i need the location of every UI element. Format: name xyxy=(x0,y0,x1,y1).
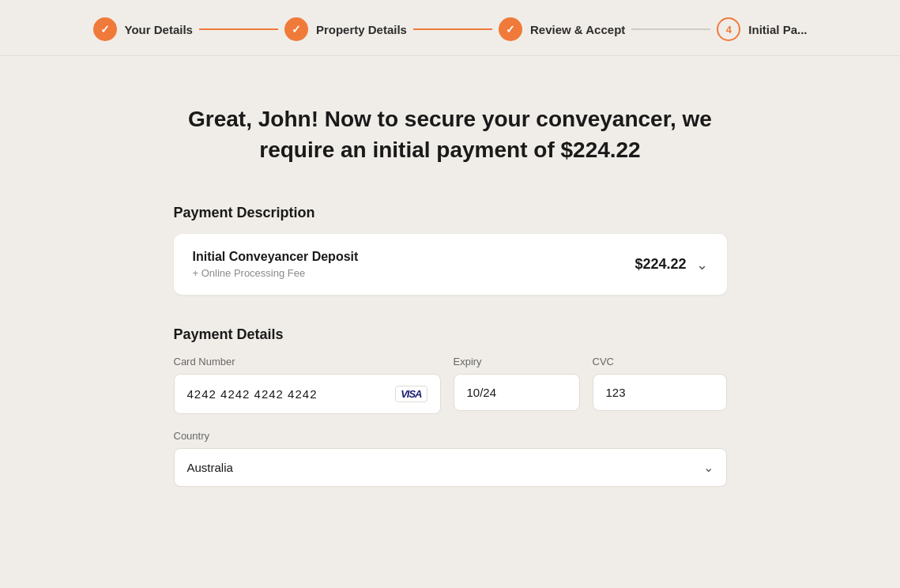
expiry-label: Expiry xyxy=(454,356,580,368)
step-property-details-label: Property Details xyxy=(316,23,407,36)
country-value: Australia xyxy=(187,461,233,474)
cvc-label: CVC xyxy=(593,356,727,368)
step-your-details-icon: ✓ xyxy=(93,17,117,41)
cvc-input[interactable] xyxy=(593,374,727,411)
country-label: Country xyxy=(174,430,727,442)
check-icon-2: ✓ xyxy=(292,23,301,36)
check-icon: ✓ xyxy=(100,23,110,36)
step-property-details-icon: ✓ xyxy=(284,17,308,41)
expiry-field: Expiry xyxy=(454,356,580,414)
progress-steps: ✓ Your Details ✓ Property Details ✓ Revi… xyxy=(93,17,808,41)
payment-description-card[interactable]: Initial Conveyancer Deposit + Online Pro… xyxy=(174,234,727,295)
check-icon-3: ✓ xyxy=(506,23,515,36)
connector-1 xyxy=(199,28,278,30)
card-number-input-wrapper[interactable]: 4242 4242 4242 4242 VISA xyxy=(174,374,441,414)
country-select[interactable]: Australia ⌄ xyxy=(174,448,727,487)
step-property-details[interactable]: ✓ Property Details xyxy=(284,17,407,41)
payment-details-section: Payment Details Card Number 4242 4242 42… xyxy=(174,326,727,487)
step-initial-payment-icon: 4 xyxy=(717,17,740,41)
step-review-accept[interactable]: ✓ Review & Accept xyxy=(499,17,625,41)
step-your-details[interactable]: ✓ Your Details xyxy=(93,17,193,41)
step-number: 4 xyxy=(726,24,732,36)
card-details-row: Card Number 4242 4242 4242 4242 VISA Exp… xyxy=(174,356,727,414)
step-initial-payment[interactable]: 4 Initial Pa... xyxy=(717,17,807,41)
progress-bar: ✓ Your Details ✓ Property Details ✓ Revi… xyxy=(0,0,900,56)
step-initial-payment-label: Initial Pa... xyxy=(748,23,807,36)
country-field: Country Australia ⌄ xyxy=(174,430,727,487)
deposit-title: Initial Conveyancer Deposit xyxy=(193,250,359,264)
connector-2 xyxy=(413,28,492,30)
payment-description-title: Payment Description xyxy=(174,205,727,221)
expand-chevron-icon[interactable]: ⌄ xyxy=(696,256,708,273)
step-review-accept-label: Review & Accept xyxy=(530,23,625,36)
connector-3 xyxy=(631,28,710,30)
processing-fee-label: + Online Processing Fee xyxy=(193,267,359,279)
visa-logo-icon: VISA xyxy=(395,386,427,402)
country-chevron-icon: ⌄ xyxy=(703,460,714,475)
main-content: Great, John! Now to secure your conveyan… xyxy=(0,56,900,542)
cvc-field: CVC xyxy=(593,356,727,414)
card-number-label: Card Number xyxy=(174,356,441,368)
payment-details-title: Payment Details xyxy=(174,326,727,343)
step-review-accept-icon: ✓ xyxy=(499,17,522,41)
card-number-value: 4242 4242 4242 4242 xyxy=(187,387,318,401)
payment-amount: $224.22 xyxy=(635,256,686,273)
page-headline: Great, John! Now to secure your conveyan… xyxy=(174,104,727,165)
card-number-field: Card Number 4242 4242 4242 4242 VISA xyxy=(174,356,441,414)
expiry-input[interactable] xyxy=(454,374,580,411)
payment-section: Payment Description Initial Conveyancer … xyxy=(174,205,727,511)
payment-description-right: $224.22 ⌄ xyxy=(635,256,707,273)
payment-description-left: Initial Conveyancer Deposit + Online Pro… xyxy=(193,250,359,279)
step-your-details-label: Your Details xyxy=(125,23,193,36)
